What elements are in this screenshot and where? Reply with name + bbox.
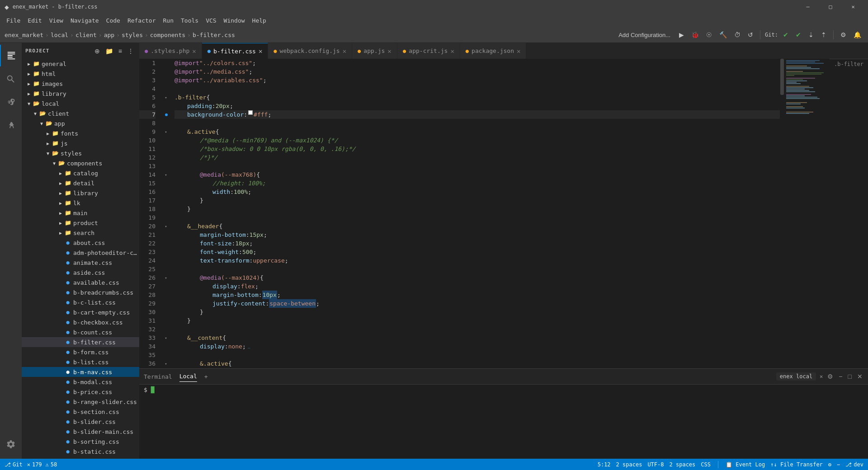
panel-tab-new[interactable]: + [204, 371, 208, 382]
fold-icon-33[interactable]: ▾ [162, 334, 170, 342]
sidebar-item-styles[interactable]: ▼ 📂 styles [22, 148, 139, 158]
sidebar-item-b-list[interactable]: ● b-list.css [22, 357, 139, 367]
activity-settings[interactable] [0, 433, 22, 455]
menu-vcs[interactable]: VCS [202, 15, 220, 26]
sidebar-item-b-slider-main[interactable]: ● b-slider-main.css [22, 427, 139, 437]
fold-icon-14[interactable]: ▾ [162, 170, 170, 179]
close-button[interactable]: ✕ [843, 0, 863, 14]
color-swatch-white[interactable] [248, 110, 253, 115]
panel-tab-terminal[interactable]: Terminal [144, 371, 172, 382]
tab-package-json[interactable]: ● package.json ✕ [460, 43, 527, 59]
debug-button[interactable]: 🐞 [689, 29, 701, 40]
sidebar-item-b-sorting[interactable]: ● b-sorting.css [22, 437, 139, 446]
sidebar-item-library[interactable]: ▶ 📁 library [22, 89, 139, 99]
panel-close-btn[interactable]: ✕ [856, 372, 863, 381]
sidebar-item-app[interactable]: ▼ 📂 app [22, 118, 139, 128]
sidebar-item-local[interactable]: ▼ 📂 local [22, 99, 139, 108]
tab-close-app-js[interactable]: ✕ [387, 48, 391, 54]
run-button[interactable]: ▶ [677, 29, 686, 40]
toolbar-btn-6[interactable]: ↺ [745, 29, 755, 40]
sidebar-item-client[interactable]: ▼ 📂 client [22, 108, 139, 118]
sidebar-item-search[interactable]: ▶ 📁 search [22, 228, 139, 238]
sidebar-item-b-form[interactable]: ● b-form.css [22, 347, 139, 357]
toolbar-btn-5[interactable]: ⏱ [732, 29, 743, 40]
sidebar-item-b-checkbox[interactable]: ● b-checkbox.css [22, 317, 139, 327]
code-content[interactable]: @import "../colors.css"; @import "../med… [170, 59, 780, 368]
status-errors[interactable]: ✕ 179 ⚠ 58 [27, 461, 57, 468]
breadcrumb-file[interactable]: b-filter.css [193, 32, 235, 38]
sidebar-item-b-static[interactable]: ● b-static.css [22, 446, 139, 456]
sidebar-item-lk[interactable]: ▶ 📁 lk [22, 198, 139, 208]
breadcrumb-app[interactable]: app [104, 32, 114, 38]
tab-close-webpack[interactable]: ✕ [343, 48, 346, 54]
sidebar-item-about-css[interactable]: ● about.css [22, 238, 139, 248]
tab-close-package-json[interactable]: ✕ [517, 48, 520, 54]
fold-icon-5[interactable]: ▾ [162, 93, 170, 102]
sidebar-item-catalog[interactable]: ▶ 📁 catalog [22, 168, 139, 178]
sidebar-item-aside-css[interactable]: ● aside.css [22, 268, 139, 277]
menu-window[interactable]: Window [220, 15, 249, 26]
sidebar-new-file-btn[interactable]: ⊕ [93, 47, 102, 56]
sidebar-item-components[interactable]: ▼ 📂 components [22, 158, 139, 168]
sidebar-item-html[interactable]: ▶ 📁 html [22, 69, 139, 79]
sidebar-item-b-filter[interactable]: ● b-filter.css [22, 337, 139, 347]
sidebar-item-available-css[interactable]: ● available.css [22, 277, 139, 287]
sidebar-item-b-count[interactable]: ● b-count.css [22, 327, 139, 337]
sidebar-item-library-inner[interactable]: ▶ 📁 library [22, 188, 139, 198]
run-with-coverage-button[interactable]: ☉ [704, 29, 714, 40]
status-git-branch-name[interactable]: ⎇ dev [845, 461, 863, 468]
sidebar-item-b-cart-empty[interactable]: ● b-cart-empty.css [22, 307, 139, 317]
status-event-log[interactable]: 📋 Event Log [726, 461, 765, 468]
git-btn-4[interactable]: ⇡ [819, 29, 829, 40]
add-configuration-button[interactable]: Add Configuration... [615, 30, 674, 40]
sidebar-item-b-modal[interactable]: ● b-modal.css [22, 377, 139, 387]
panel-content[interactable]: $ █ [139, 385, 868, 459]
tab-close-b-filter[interactable]: ✕ [259, 48, 262, 54]
sidebar-item-product[interactable]: ▶ 📁 product [22, 218, 139, 228]
breadcrumb-client[interactable]: client [75, 32, 97, 38]
breadcrumb-styles[interactable]: styles [122, 32, 143, 38]
breadcrumb-local[interactable]: local [51, 32, 68, 38]
status-notifications[interactable]: − [837, 461, 840, 468]
status-encoding[interactable]: UTF-8 [647, 461, 664, 468]
sidebar-item-b-section[interactable]: ● b-section.css [22, 407, 139, 417]
menu-navigate[interactable]: Navigate [67, 15, 103, 26]
sidebar-new-folder-btn[interactable]: 📁 [104, 47, 115, 56]
sidebar-item-b-c-list[interactable]: ● b-c-list.css [22, 297, 139, 307]
fold-icon-36[interactable]: ▾ [162, 359, 170, 368]
panel-minimize-btn[interactable]: − [838, 372, 843, 381]
menu-view[interactable]: View [46, 15, 67, 26]
status-cursor[interactable]: 5:12 [598, 461, 611, 468]
git-check-1[interactable]: ✔ [781, 29, 791, 40]
activity-debug[interactable] [0, 115, 22, 137]
git-check-2[interactable]: ✔ [793, 29, 803, 40]
tab-close-app-crit[interactable]: ✕ [450, 48, 454, 54]
git-btn-3[interactable]: ⇣ [806, 29, 816, 40]
sidebar-more-btn[interactable]: ⋮ [126, 47, 136, 56]
tab-close-styles-php[interactable]: ✕ [192, 48, 196, 54]
tab-webpack-config[interactable]: ● webpack.config.js ✕ [268, 43, 352, 59]
sidebar-item-b-slider[interactable]: ● b-slider.css [22, 417, 139, 427]
menu-tools[interactable]: Tools [177, 15, 202, 26]
sidebar-item-images[interactable]: ▶ 📁 images [22, 79, 139, 89]
menu-edit[interactable]: Edit [24, 15, 45, 26]
terminal-instance-label[interactable]: enex local [776, 372, 816, 381]
sidebar-item-b-breadcrumbs[interactable]: ● b-breadcrumbs.css [22, 287, 139, 297]
panel-settings-btn[interactable]: ⚙ [826, 372, 834, 381]
sidebar-item-main[interactable]: ▶ 📁 main [22, 208, 139, 218]
fold-icon-20[interactable]: ▾ [162, 222, 170, 230]
sidebar-item-js[interactable]: ▶ 📁 js [22, 138, 139, 148]
breadcrumb-enex-market[interactable]: enex_market [5, 32, 43, 38]
sidebar-item-b-m-nav[interactable]: ● b-m-nav.css [22, 367, 139, 377]
status-language[interactable]: CSS [701, 461, 711, 468]
sidebar-item-detail[interactable]: ▶ 📁 detail [22, 178, 139, 188]
fold-icon-9[interactable]: ▾ [162, 127, 170, 136]
toolbar-notifications-btn[interactable]: 🔔 [851, 29, 863, 40]
activity-explorer[interactable] [0, 45, 22, 66]
tab-styles-php[interactable]: ● .styles.php ✕ [139, 43, 202, 59]
breadcrumb-components[interactable]: components [150, 32, 185, 38]
build-button[interactable]: 🔨 [717, 29, 729, 40]
menu-run[interactable]: Run [160, 15, 177, 26]
sidebar-item-animate-css[interactable]: ● animate.css [22, 258, 139, 268]
sidebar-item-b-price[interactable]: ● b-price.css [22, 387, 139, 397]
